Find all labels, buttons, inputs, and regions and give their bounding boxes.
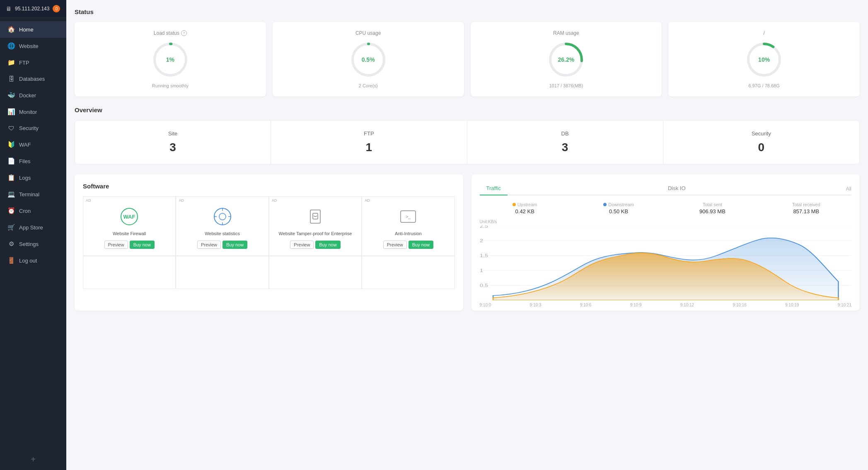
overview-label: Security: [672, 130, 851, 137]
sidebar-item-monitor[interactable]: 📊Monitor: [0, 104, 66, 120]
svg-text:2: 2: [480, 239, 483, 243]
sidebar-item-cron[interactable]: ⏰Cron: [0, 202, 66, 219]
ad-badge: AD: [179, 198, 184, 202]
software-icon-tamper: [305, 207, 325, 227]
chart-unit-label: Unit:KB/s: [480, 219, 852, 224]
sidebar-item-files[interactable]: 📄Files: [0, 153, 66, 169]
traffic-stat-total-sent: Total sent 906.93 MB: [667, 202, 757, 215]
chart-x-label: 9:10:16: [733, 303, 746, 307]
sidebar-item-label: Log out: [19, 258, 37, 264]
preview-button[interactable]: Preview: [104, 241, 128, 249]
chart-x-label: 9:10:0: [480, 303, 491, 307]
chart-x-label: 9:10:3: [530, 303, 542, 307]
overview-card-ftp[interactable]: FTP 1: [271, 121, 467, 164]
overview-label: FTP: [279, 130, 458, 137]
sidebar-item-security[interactable]: 🛡Security: [0, 120, 66, 136]
traffic-stats: Upstream 0.42 KB Downstream 0.50 KB Tota…: [480, 202, 852, 215]
sidebar-item-website[interactable]: 🌐Website: [0, 38, 66, 54]
gauge-ram: 26.2%: [547, 41, 585, 78]
svg-text:1.5: 1.5: [480, 254, 488, 258]
sidebar-item-label: Files: [19, 158, 30, 164]
sidebar: 🖥 95.111.202.143 0 🏠Home🌐Website📁FTP🗄Dat…: [0, 0, 66, 470]
card-sub-load: Running smoothly: [81, 83, 259, 88]
blue-dot: [603, 203, 607, 206]
waf-icon: 🔰: [7, 141, 15, 148]
svg-text:0.5: 0.5: [480, 284, 488, 288]
add-server-button[interactable]: +: [0, 449, 66, 470]
files-icon: 📄: [7, 157, 15, 165]
orange-dot: [513, 203, 516, 206]
svg-text:WAF: WAF: [123, 214, 135, 220]
overview-value: 1: [279, 141, 458, 154]
buynow-button[interactable]: Buy now: [315, 241, 340, 249]
software-empty-2: [176, 256, 268, 289]
traffic-panel: TrafficDisk IOAll Upstream 0.42 KB Downs…: [471, 174, 860, 311]
sidebar-item-databases[interactable]: 🗄Databases: [0, 71, 66, 87]
svg-point-11: [219, 213, 226, 220]
notification-badge: 0: [53, 5, 60, 12]
status-card-ram: RAM usage 26.2% 1017 / 3876(MB): [471, 22, 662, 96]
monitor-icon: 🖥: [6, 5, 12, 12]
sidebar-item-ftp[interactable]: 📁FTP: [0, 54, 66, 71]
stat-value: 857.13 MB: [761, 208, 851, 215]
status-card-cpu: CPU usage 0.5% 2 Core(s): [273, 22, 464, 96]
sidebar-item-label: Docker: [19, 92, 36, 99]
software-buttons: Preview Buy now: [273, 241, 357, 249]
overview-value: 3: [476, 141, 655, 154]
stat-value: 906.93 MB: [667, 208, 757, 215]
software-name: Website statistics: [180, 231, 264, 236]
sidebar-item-terminal[interactable]: 💻Terminal: [0, 186, 66, 202]
sidebar-item-settings[interactable]: ⚙Settings: [0, 236, 66, 252]
tab-disk-io[interactable]: Disk IO: [661, 183, 692, 195]
sidebar-item-label: WAF: [19, 142, 31, 148]
chart-container: Unit:KB/s 2.5 2 1.5 1 0.5: [480, 219, 852, 302]
tab-traffic[interactable]: Traffic: [480, 183, 508, 195]
sidebar-item-logout[interactable]: 🚪Log out: [0, 252, 66, 269]
traffic-stat-downstream: Downstream 0.50 KB: [573, 202, 664, 215]
software-item-2: AD Website Tamper-proof for Enterprise P…: [269, 196, 362, 256]
help-icon[interactable]: ?: [181, 30, 187, 36]
overview-label: DB: [476, 130, 655, 137]
software-name: Website Tamper-proof for Enterprise: [273, 231, 357, 236]
chart-x-label: 9:10:12: [680, 303, 694, 307]
software-empty-4: [362, 256, 455, 289]
sidebar-item-waf[interactable]: 🔰WAF: [0, 136, 66, 153]
sidebar-item-label: App Store: [19, 224, 43, 231]
chart-x-label: 9:10:19: [785, 303, 799, 307]
traffic-all-link[interactable]: All: [846, 186, 851, 192]
overview-card-db[interactable]: DB 3: [467, 121, 663, 164]
appstore-icon: 🛒: [7, 224, 15, 231]
sidebar-item-appstore[interactable]: 🛒App Store: [0, 219, 66, 236]
preview-button[interactable]: Preview: [290, 241, 314, 249]
monitor-icon: 📊: [7, 108, 15, 116]
svg-text:1: 1: [480, 269, 483, 273]
buynow-button[interactable]: Buy now: [409, 241, 433, 249]
main-content: Status Load status? 1% Running smoothly …: [66, 0, 868, 470]
sidebar-item-logs[interactable]: 📋Logs: [0, 169, 66, 186]
buynow-button[interactable]: Buy now: [130, 241, 155, 249]
traffic-stat-upstream: Upstream 0.42 KB: [480, 202, 570, 215]
card-sub-ram: 1017 / 3876(MB): [477, 83, 655, 88]
logout-icon: 🚪: [7, 257, 15, 264]
card-sub-disk: 6.97G / 78.68G: [675, 83, 853, 88]
preview-button[interactable]: Preview: [383, 241, 407, 249]
software-buttons: Preview Buy now: [87, 241, 171, 249]
svg-rect-17: [313, 213, 318, 219]
security-icon: 🛡: [7, 125, 15, 132]
software-name: Anti-Intrusion: [366, 231, 450, 236]
buynow-button[interactable]: Buy now: [222, 241, 247, 249]
stat-label: Downstream: [573, 202, 664, 207]
overview-card-security[interactable]: Security 0: [663, 121, 859, 164]
preview-button[interactable]: Preview: [197, 241, 221, 249]
settings-icon: ⚙: [7, 240, 15, 248]
sidebar-item-home[interactable]: 🏠Home: [0, 21, 66, 38]
gauge-value-load: 1%: [166, 56, 174, 63]
traffic-stat-total-received: Total received 857.13 MB: [761, 202, 851, 215]
software-icon-stats: [213, 207, 232, 227]
overview-card-site[interactable]: Site 3: [75, 121, 271, 164]
sidebar-item-docker[interactable]: 🐳Docker: [0, 87, 66, 104]
software-item-1: AD Website statistics Preview Buy now: [176, 196, 268, 256]
chart-x-label: 9:10:6: [580, 303, 592, 307]
sidebar-item-label: Website: [19, 43, 39, 49]
home-icon: 🏠: [7, 26, 15, 33]
